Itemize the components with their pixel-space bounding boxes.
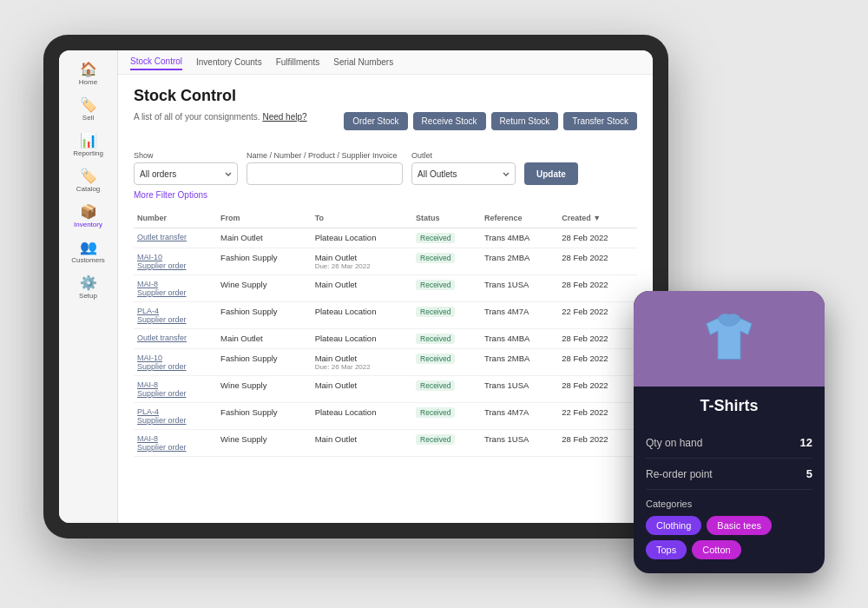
number-link[interactable]: PLA-4 — [137, 407, 214, 416]
table-row: Outlet transferMain OutletPlateau Locati… — [134, 329, 637, 349]
col-from: From — [217, 208, 312, 228]
cell-to: Plateau Location — [312, 403, 412, 430]
sidebar-item-customers[interactable]: 👥 Customers — [59, 235, 117, 269]
category-tag[interactable]: Cotton — [692, 540, 740, 559]
subnav-fulfillments[interactable]: Fulfillments — [276, 55, 320, 69]
table-row: MAI-8Supplier orderWine SupplyMain Outle… — [134, 376, 637, 403]
cell-to: Main OutletDue: 26 Mar 2022 — [312, 248, 412, 275]
more-filters-link[interactable]: More Filter Options — [134, 190, 637, 200]
setup-icon: ⚙️ — [80, 276, 97, 290]
update-button[interactable]: Update — [524, 162, 578, 185]
sidebar-item-catalog[interactable]: 🏷️ Catalog — [59, 164, 117, 198]
subnav-stock-control[interactable]: Stock Control — [130, 54, 182, 70]
card-body: T-Shirts Qty on hand 12 Re-order point 5… — [634, 387, 825, 573]
page-subtitle: A list of all of your consignments. Need… — [134, 112, 307, 122]
tablet-screen: 🏠 Home 🏷️ Sell 📊 Reporting 🏷️ Catalog 📦 — [59, 50, 653, 523]
number-link[interactable]: MAI-8 — [137, 280, 214, 288]
show-filter-select[interactable]: All orders — [134, 162, 238, 185]
number-link[interactable]: Outlet transfer — [137, 334, 214, 342]
outlet-filter-group: Outlet All Outlets — [411, 151, 516, 185]
subnumber-link[interactable]: Supplier order — [137, 443, 214, 452]
category-tag[interactable]: Clothing — [646, 516, 701, 535]
col-created: Created ▼ — [558, 208, 637, 228]
sidebar-label-setup: Setup — [79, 292, 97, 300]
cell-number: MAI-10Supplier order — [134, 349, 217, 376]
cell-number: MAI-8Supplier order — [134, 376, 217, 403]
reporting-icon: 📊 — [80, 134, 97, 148]
sidebar-label-reporting: Reporting — [73, 149, 103, 157]
sell-icon: 🏷️ — [80, 98, 97, 112]
cell-to: Main Outlet — [312, 275, 412, 302]
scene: 🏠 Home 🏷️ Sell 📊 Reporting 🏷️ Catalog 📦 — [43, 35, 825, 573]
show-filter-label: Show — [134, 151, 238, 160]
page-body: Stock Control A list of all of your cons… — [118, 75, 653, 523]
cell-from: Fashion Supply — [217, 403, 312, 430]
number-link[interactable]: MAI-10 — [137, 354, 214, 362]
cell-status: Received — [412, 376, 481, 403]
cell-number: MAI-8Supplier order — [134, 430, 217, 457]
subnav-serial-numbers[interactable]: Serial Numbers — [333, 55, 393, 69]
card-image — [634, 291, 825, 387]
subnumber-link[interactable]: Supplier order — [137, 416, 214, 425]
categories-section: Categories ClothingBasic teesTopsCotton — [646, 490, 812, 563]
inventory-icon: 📦 — [80, 205, 97, 219]
sidebar-item-home[interactable]: 🏠 Home — [59, 57, 117, 91]
cell-created: 28 Feb 2022 — [558, 349, 637, 376]
number-link[interactable]: PLA-4 — [137, 307, 214, 315]
sidebar-label-customers: Customers — [71, 256, 105, 264]
cell-to: Main OutletDue: 26 Mar 2022 — [312, 349, 412, 376]
transfer-stock-button[interactable]: Transfer Stock — [563, 112, 637, 130]
sub-nav: Stock Control Inventory Counts Fulfillme… — [118, 50, 653, 75]
cell-status: Received — [412, 329, 481, 349]
category-tag[interactable]: Tops — [646, 540, 687, 559]
home-icon: 🏠 — [80, 63, 97, 76]
reorder-stat: Re-order point 5 — [646, 459, 812, 490]
subnumber-link[interactable]: Supplier order — [137, 288, 214, 297]
subnumber-link[interactable]: Supplier order — [137, 362, 214, 371]
status-badge: Received — [416, 380, 455, 391]
customers-icon: 👥 — [80, 241, 97, 254]
table-row: Outlet transferMain OutletPlateau Locati… — [134, 228, 637, 248]
return-stock-button[interactable]: Return Stock — [491, 112, 559, 130]
sidebar-item-setup[interactable]: ⚙️ Setup — [59, 271, 117, 305]
number-link[interactable]: MAI-10 — [137, 253, 214, 261]
col-to: To — [312, 208, 412, 228]
show-filter-group: Show All orders — [134, 151, 238, 185]
number-link[interactable]: MAI-8 — [137, 434, 214, 443]
sidebar-item-inventory[interactable]: 📦 Inventory — [59, 200, 117, 234]
table-row: MAI-8Supplier orderWine SupplyMain Outle… — [134, 430, 637, 457]
subnumber-link[interactable]: Supplier order — [137, 261, 214, 270]
categories-title: Categories — [646, 499, 812, 509]
action-buttons: Order Stock Receive Stock Return Stock T… — [344, 112, 637, 130]
cell-status: Received — [412, 430, 481, 457]
subnumber-link[interactable]: Supplier order — [137, 389, 214, 398]
search-input[interactable] — [247, 162, 403, 185]
main-content: Stock Control Inventory Counts Fulfillme… — [118, 50, 653, 523]
col-reference: Reference — [481, 208, 558, 228]
status-badge: Received — [416, 280, 455, 290]
cell-reference: Trans 4MBA — [481, 228, 558, 248]
order-stock-button[interactable]: Order Stock — [344, 112, 407, 130]
status-badge: Received — [416, 434, 455, 445]
sidebar-item-reporting[interactable]: 📊 Reporting — [59, 129, 117, 162]
subnumber-link[interactable]: Supplier order — [137, 315, 214, 324]
receive-stock-button[interactable]: Receive Stock — [413, 112, 486, 130]
cell-to: Plateau Location — [312, 329, 412, 349]
cell-created: 28 Feb 2022 — [558, 275, 637, 302]
outlet-filter-select[interactable]: All Outlets — [411, 162, 516, 185]
cell-status: Received — [412, 403, 481, 430]
catalog-icon: 🏷️ — [80, 169, 97, 183]
subnav-inventory-counts[interactable]: Inventory Counts — [196, 55, 262, 69]
number-link[interactable]: MAI-8 — [137, 380, 214, 389]
need-help-link[interactable]: Need help? — [262, 112, 306, 122]
stock-table: Number From To Status Reference Created … — [134, 208, 637, 457]
sidebar-label-catalog: Catalog — [76, 185, 101, 193]
cell-from: Wine Supply — [217, 376, 312, 403]
category-tag[interactable]: Basic tees — [707, 516, 772, 535]
number-link[interactable]: Outlet transfer — [137, 233, 214, 241]
cell-from: Wine Supply — [217, 430, 312, 457]
card-product-title: T-Shirts — [646, 397, 812, 415]
sidebar-label-home: Home — [79, 78, 97, 86]
sidebar-item-sell[interactable]: 🏷️ Sell — [59, 93, 117, 127]
status-badge: Received — [416, 307, 455, 317]
